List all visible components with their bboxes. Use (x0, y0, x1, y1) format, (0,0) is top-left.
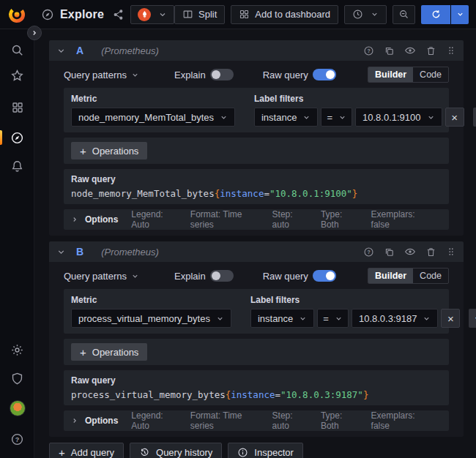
operations-panel-a: + Operations (64, 138, 449, 164)
metric-label: Metric (71, 295, 231, 305)
sidebar-item-search[interactable] (0, 37, 34, 62)
datasource-picker[interactable] (130, 5, 174, 24)
operations-button[interactable]: + Operations (71, 343, 147, 361)
option-legend: Legend: Auto (131, 209, 177, 230)
label-filters-label: Label filters (250, 295, 476, 305)
raw-query-panel-label: Raw query (71, 174, 442, 184)
code-mode-option[interactable]: Code (413, 67, 448, 82)
sidebar-item-dashboards[interactable] (0, 95, 34, 120)
metric-value: process_virtual_memory_bytes (78, 313, 210, 324)
drag-handle-icon[interactable] (446, 247, 456, 257)
collapse-chevron-icon[interactable] (56, 46, 66, 56)
drag-handle-icon[interactable] (446, 45, 456, 56)
plus-icon: + (80, 145, 86, 157)
explain-toggle-group: Explain (174, 270, 234, 282)
option-format: Format: Time series (190, 209, 259, 230)
sidebar-item-configuration[interactable] (0, 337, 34, 362)
raw-query-code: node_memory_MemTotal_bytes{instance="10.… (71, 188, 442, 199)
explain-toggle[interactable] (210, 69, 234, 80)
option-exemplars: Exemplars: false (371, 410, 428, 431)
metric-select[interactable]: process_virtual_memory_bytes (71, 309, 231, 328)
query-patterns-dropdown[interactable]: Query patterns (64, 70, 139, 80)
raw-query-toggle[interactable] (313, 270, 336, 282)
add-query-button[interactable]: + Add query (49, 443, 124, 458)
query-header-a[interactable]: A (Prometheus) ? (49, 40, 464, 61)
sidebar-item-starred[interactable] (0, 63, 34, 88)
share-icon[interactable] (113, 9, 124, 20)
sidebar-item-alerting[interactable] (0, 154, 34, 179)
metric-filter-panel-b: Metric process_virtual_memory_bytes Labe… (64, 289, 449, 334)
raw-query-code: process_virtual_memory_bytes{instance="1… (71, 389, 442, 400)
options-collapse-b[interactable]: Options Legend: Auto Format: Time series… (64, 410, 449, 431)
delete-query-trash-icon[interactable] (425, 45, 436, 56)
option-legend: Legend: Auto (131, 410, 177, 431)
run-query-button[interactable] (421, 5, 450, 24)
disable-query-eye-icon[interactable] (404, 45, 416, 56)
inspector-button[interactable]: Inspector (228, 443, 302, 458)
sidebar-item-help[interactable]: ? (0, 427, 34, 451)
query-body-a: Query patterns Explain Raw query Builder (49, 61, 464, 236)
chevron-down-icon (371, 10, 379, 18)
filter-value-select[interactable]: 10.8.0.1:9100 (355, 108, 442, 127)
options-collapse-a[interactable]: Options Legend: Auto Format: Time series… (64, 209, 449, 230)
query-patterns-label: Query patterns (64, 70, 127, 80)
options-label: Options (85, 416, 118, 426)
operations-panel-b: + Operations (64, 339, 449, 365)
run-query-interval-caret[interactable] (451, 5, 469, 24)
help-circle-icon[interactable]: ? (363, 247, 374, 258)
grafana-logo[interactable] (0, 5, 34, 24)
disable-query-eye-icon[interactable] (404, 246, 416, 258)
metric-select[interactable]: node_memory_MemTotal_bytes (71, 108, 235, 127)
filter-operator-select[interactable]: = (321, 108, 352, 127)
operations-button[interactable]: + Operations (71, 142, 147, 159)
split-button[interactable]: Split (174, 5, 225, 24)
add-query-label: Add query (71, 447, 114, 458)
explain-toggle[interactable] (210, 270, 234, 282)
chevron-down-icon (220, 113, 228, 121)
query-ref-id[interactable]: B (76, 246, 83, 258)
history-icon (139, 447, 150, 458)
add-filter-button[interactable]: + (469, 309, 476, 328)
help-circle-icon[interactable]: ? (363, 45, 374, 56)
chevron-down-icon (131, 272, 139, 280)
collapse-chevron-icon[interactable] (56, 247, 66, 257)
plus-icon: + (80, 346, 86, 358)
duplicate-query-icon[interactable] (384, 45, 395, 56)
explore-pane: A (Prometheus) ? (34, 29, 476, 458)
filter-value-select[interactable]: 10.8.0.3:9187 (352, 309, 439, 328)
sidebar-item-server-admin[interactable] (0, 366, 34, 391)
filter-label-value: instance (261, 112, 297, 123)
raw-query-toggle[interactable] (313, 69, 336, 80)
duplicate-query-icon[interactable] (384, 247, 395, 258)
sidebar-expand-button[interactable] (27, 26, 42, 40)
raw-query-label: Raw query (263, 70, 308, 80)
operations-label: Operations (92, 347, 139, 358)
raw-query-panel-a: Raw query node_memory_MemTotal_bytes{ins… (64, 169, 449, 204)
add-filter-button[interactable]: + (473, 108, 476, 127)
delete-query-trash-icon[interactable] (425, 247, 436, 258)
remove-filter-button[interactable]: × (441, 309, 460, 328)
filter-operator-select[interactable]: = (317, 309, 349, 328)
code-mode-option[interactable]: Code (413, 269, 448, 283)
raw-query-label: Raw query (263, 271, 308, 282)
query-ref-id[interactable]: A (76, 45, 83, 56)
zoom-out-button[interactable] (393, 5, 415, 24)
close-icon: × (451, 111, 458, 124)
filter-operator-value: = (327, 112, 332, 123)
builder-mode-option[interactable]: Builder (368, 67, 413, 82)
top-nav: Explore (0, 0, 476, 29)
chevron-down-icon (158, 10, 167, 19)
add-to-dashboard-button[interactable]: Add to dashboard (231, 5, 338, 24)
remove-filter-button[interactable]: × (445, 108, 464, 127)
builder-mode-option[interactable]: Builder (368, 269, 413, 283)
query-patterns-dropdown[interactable]: Query patterns (64, 271, 139, 282)
sidebar-item-profile[interactable] (0, 396, 34, 421)
sidebar-item-explore[interactable] (0, 125, 34, 150)
filter-label-select[interactable]: instance (250, 309, 314, 328)
query-history-button[interactable]: Query history (130, 443, 222, 458)
filter-label-select[interactable]: instance (254, 108, 318, 127)
query-header-b[interactable]: B (Prometheus) ? (49, 241, 464, 262)
query-datasource-name: (Prometheus) (101, 247, 159, 258)
user-avatar (10, 400, 26, 416)
time-range-picker[interactable] (344, 5, 387, 24)
